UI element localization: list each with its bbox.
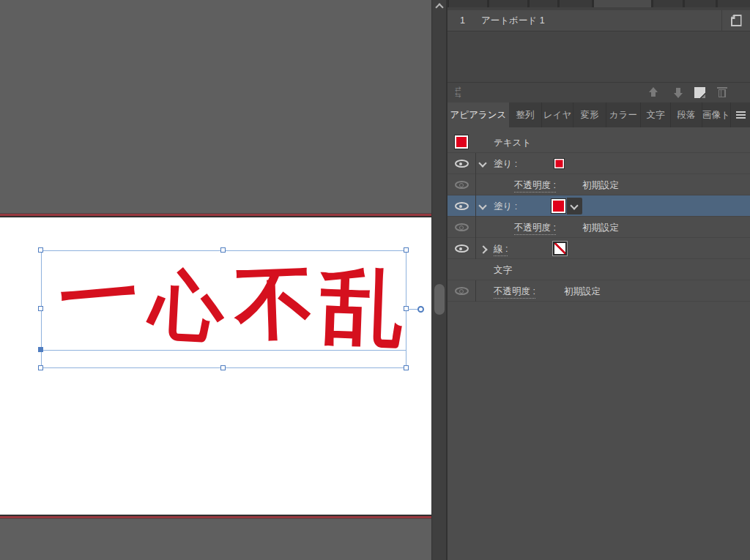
trash-can	[719, 89, 726, 97]
appearance-target-row[interactable]: テキスト	[448, 132, 750, 153]
panel-tab-bar: アピアランス 整列 レイヤ 変形 カラー 文字 段落 画像ト	[448, 102, 750, 127]
selection-baseline	[41, 350, 406, 351]
delete-artboard-icon[interactable]	[717, 86, 727, 98]
strip-segment	[489, 0, 527, 7]
artboard-name[interactable]: アートボード 1	[481, 15, 721, 27]
tab-align[interactable]: 整列	[509, 102, 542, 127]
scroll-up-icon[interactable]	[436, 3, 442, 9]
fill-label: 塗り :	[494, 201, 517, 213]
artboards-panel: 1 アートボード 1 ⇄⇆	[448, 10, 750, 102]
chevron-right-icon[interactable]	[481, 246, 486, 251]
tab-paragraph[interactable]: 段落	[671, 102, 702, 127]
selection-handle-bottom-center[interactable]	[220, 365, 226, 370]
fill-color-swatch[interactable]	[554, 158, 565, 169]
text-port-connector	[408, 309, 417, 310]
visibility-cell[interactable]	[448, 153, 476, 174]
chevron-down-icon[interactable]	[480, 161, 485, 166]
fill-swatch-group	[551, 198, 582, 214]
rearrange-artboards-icon[interactable]: ⇄⇆	[455, 86, 468, 98]
visibility-cell[interactable]	[448, 280, 476, 302]
strip-segment	[530, 0, 557, 7]
visibility-cell[interactable]	[448, 195, 476, 217]
strip-segment	[718, 0, 750, 7]
right-panel: 1 アートボード 1 ⇄⇆ アピアランス	[448, 0, 750, 560]
tab-color[interactable]: カラー	[606, 102, 641, 127]
target-color-swatch	[454, 135, 469, 149]
appearance-row-stroke[interactable]: 線 :	[448, 238, 750, 259]
eye-icon	[455, 202, 469, 210]
visibility-cell[interactable]	[448, 238, 476, 259]
tab-transform[interactable]: 変形	[573, 102, 606, 127]
swatch-dropdown-icon[interactable]	[567, 198, 582, 214]
empty-cell	[448, 259, 476, 280]
visibility-cell[interactable]	[448, 174, 476, 195]
clipped-tab-strip	[448, 0, 750, 7]
selection-handle-middle-left[interactable]	[38, 306, 43, 311]
panel-menu-icon[interactable]	[731, 102, 750, 127]
selection-handle-top-left[interactable]	[38, 247, 43, 253]
artboard-thumbnail-cell[interactable]	[722, 15, 750, 26]
stroke-none-swatch[interactable]	[553, 242, 567, 255]
chevron-down-icon[interactable]	[480, 204, 485, 209]
tab-image-trace[interactable]: 画像ト	[702, 102, 731, 127]
appearance-row-opacity-1[interactable]: 不透明度 : 初期設定	[448, 174, 750, 195]
illustrator-window: 一 心 不 乱	[0, 0, 750, 560]
tab-character[interactable]: 文字	[641, 102, 671, 127]
strip-segment	[685, 0, 716, 7]
selection-handle-top-right[interactable]	[404, 247, 409, 253]
strip-segment-active	[594, 0, 651, 7]
eye-icon-dim	[455, 181, 469, 189]
tab-appearance[interactable]: アピアランス	[448, 102, 509, 127]
text-out-port[interactable]	[417, 306, 424, 313]
opacity-link[interactable]: 不透明度 :	[514, 179, 556, 193]
eye-icon-dim	[455, 287, 469, 295]
opacity-link[interactable]: 不透明度 :	[514, 222, 556, 235]
target-label: テキスト	[494, 137, 531, 149]
appearance-row-opacity-object[interactable]: 不透明度 : 初期設定	[448, 280, 750, 302]
canvas-area[interactable]: 一 心 不 乱	[0, 0, 431, 560]
move-down-icon[interactable]	[672, 87, 684, 98]
strip-segment	[560, 0, 592, 7]
stroke-link[interactable]: 線 :	[494, 243, 508, 256]
artboard-list-row[interactable]: 1 アートボード 1	[448, 10, 750, 31]
new-artboard-icon[interactable]	[694, 87, 705, 98]
selection-handle-bottom-right[interactable]	[404, 365, 409, 370]
appearance-panel: テキスト 塗り : 不透明度 : 初期設定 塗り :	[448, 127, 750, 560]
fill-label: 塗り :	[494, 158, 517, 171]
artboard-number: 1	[448, 15, 481, 26]
fill-color-swatch[interactable]	[551, 198, 566, 214]
appearance-row-fill-1[interactable]: 塗り :	[448, 153, 750, 174]
selection-handle-bottom-left[interactable]	[38, 365, 43, 370]
visibility-cell[interactable]	[448, 217, 476, 238]
eye-icon-dim	[455, 223, 469, 231]
eye-icon	[455, 244, 469, 253]
selection-handle-top-center[interactable]	[220, 247, 226, 253]
artboards-panel-footer: ⇄⇆	[448, 82, 750, 102]
move-up-icon[interactable]	[647, 87, 659, 98]
eye-icon	[455, 160, 469, 168]
selection-handle-baseline-left[interactable]	[38, 347, 43, 352]
appearance-row-characters[interactable]: 文字	[448, 259, 750, 280]
opacity-value: 初期設定	[582, 222, 619, 234]
artboard-bottom-edge	[0, 518, 431, 519]
trash-lid	[717, 87, 727, 89]
scrollbar-thumb[interactable]	[434, 284, 445, 315]
strip-segment	[449, 0, 487, 7]
opacity-value: 初期設定	[582, 179, 619, 192]
tab-layers[interactable]: レイヤ	[542, 102, 573, 127]
artboard-list-empty-area[interactable]	[448, 32, 750, 82]
artboard-top-border	[0, 216, 431, 217]
characters-label: 文字	[494, 264, 512, 277]
strip-segment	[653, 0, 683, 7]
opacity-link[interactable]: 不透明度 :	[494, 285, 535, 299]
opacity-value: 初期設定	[564, 285, 601, 298]
vertical-scrollbar[interactable]	[431, 0, 446, 560]
appearance-row-fill-2-selected[interactable]: 塗り :	[448, 195, 750, 217]
appearance-row-opacity-2[interactable]: 不透明度 : 初期設定	[448, 217, 750, 238]
artboard-page-icon	[731, 15, 742, 26]
